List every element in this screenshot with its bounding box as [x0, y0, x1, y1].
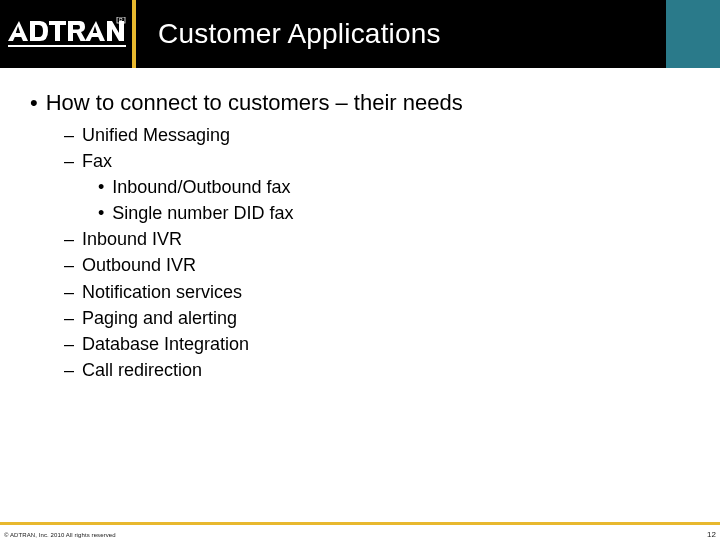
dash-icon: – — [64, 226, 76, 252]
dash-icon: – — [64, 148, 76, 174]
item-text: Single number DID fax — [112, 200, 293, 226]
dash-icon: – — [64, 357, 76, 383]
slide: R Customer Applications • How to connect… — [0, 0, 720, 540]
adtran-logo-icon: R — [8, 17, 126, 51]
list-item: –Notification services — [64, 279, 700, 305]
item-text: Inbound IVR — [82, 226, 182, 252]
list-item: –Database Integration — [64, 331, 700, 357]
item-text: Inbound/Outbound fax — [112, 174, 290, 200]
bullet-dot-icon: • — [30, 92, 38, 114]
item-text: Notification services — [82, 279, 242, 305]
header-accent — [666, 0, 720, 68]
slide-header: R Customer Applications — [0, 0, 720, 68]
list-item: •Single number DID fax — [64, 200, 700, 226]
list-item: –Inbound IVR — [64, 226, 700, 252]
item-text: Outbound IVR — [82, 252, 196, 278]
item-text: Paging and alerting — [82, 305, 237, 331]
dash-icon: – — [64, 279, 76, 305]
item-text: Database Integration — [82, 331, 249, 357]
brand-logo: R — [0, 0, 132, 68]
bullet-dot-icon: • — [98, 174, 104, 200]
list-item: –Fax — [64, 148, 700, 174]
item-text: Unified Messaging — [82, 122, 230, 148]
svg-rect-2 — [8, 45, 126, 47]
dash-icon: – — [64, 331, 76, 357]
slide-footer: © ADTRAN, Inc. 2010 All rights reserved … — [0, 522, 720, 540]
slide-body: • How to connect to customers – their ne… — [0, 68, 720, 383]
list-item: –Unified Messaging — [64, 122, 700, 148]
item-text: Fax — [82, 148, 112, 174]
slide-title: Customer Applications — [136, 18, 720, 50]
item-text: Call redirection — [82, 357, 202, 383]
dash-icon: – — [64, 305, 76, 331]
list-item: •Inbound/Outbound fax — [64, 174, 700, 200]
list-item: –Outbound IVR — [64, 252, 700, 278]
page-number: 12 — [707, 530, 716, 539]
dash-icon: – — [64, 252, 76, 278]
bullet-dot-icon: • — [98, 200, 104, 226]
bullet1-text: How to connect to customers – their need… — [46, 90, 463, 116]
copyright-text: © ADTRAN, Inc. 2010 All rights reserved — [4, 532, 116, 538]
svg-text:R: R — [119, 17, 123, 23]
sub-list: –Unified Messaging –Fax •Inbound/Outboun… — [30, 122, 700, 383]
list-item: –Paging and alerting — [64, 305, 700, 331]
dash-icon: – — [64, 122, 76, 148]
bullet-level1: • How to connect to customers – their ne… — [30, 90, 700, 116]
list-item: –Call redirection — [64, 357, 700, 383]
